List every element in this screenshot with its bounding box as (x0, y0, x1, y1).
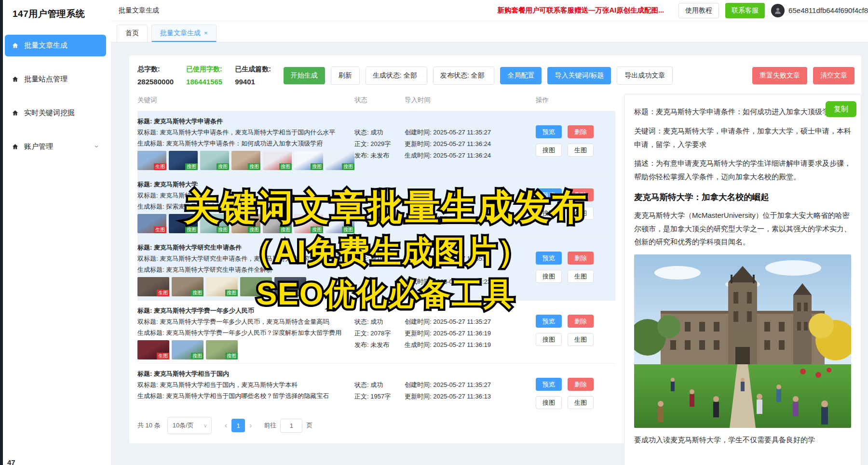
import-keywords-button[interactable]: 导入关键词/标题 (547, 67, 611, 84)
time-line: 创建时间: 2025-05-27 11:35:27 (405, 127, 536, 138)
article-thumbnail[interactable]: 搜图 (169, 214, 198, 233)
close-icon[interactable]: × (204, 29, 208, 37)
contact-support-button[interactable]: 联系客服 (725, 3, 765, 18)
preview-button[interactable]: 预览 (536, 315, 562, 328)
status-cell: 状态: 成功 (354, 242, 405, 296)
article-thumbnail[interactable]: 搜图 (172, 277, 203, 296)
table-row[interactable]: 标题: 麦克马斯特大学双标题: 麦克马斯特大学生成标题: 探索麦克马斯特大学 生… (137, 174, 615, 238)
status-line (354, 201, 405, 213)
article-thumbnail[interactable]: 搜图 (231, 151, 260, 170)
search-image-button[interactable]: 搜图 (536, 144, 562, 157)
article-thumbnail[interactable]: 搜图 (326, 214, 354, 233)
keyword-cell: 标题: 麦克马斯特大学双标题: 麦克马斯特大学生成标题: 探索麦克马斯特大学 生… (137, 179, 354, 233)
thumbnail-badge: 生图 (154, 163, 166, 170)
row-title-line: 标题: 麦克马斯特大学研究生申请条件 (137, 242, 354, 253)
sidebar-item-realtime-keyword-mining[interactable]: 实时关键词挖掘 (5, 102, 106, 124)
avatar[interactable] (771, 4, 785, 17)
preview-button[interactable]: 预览 (536, 188, 562, 201)
row-subtitle-line: 双标题: 麦克马斯特大学学费一年多少人民币，麦克马斯特含金量高吗 (137, 316, 354, 327)
time-line: 生成时间: 2025-05-27 11:36:24 (405, 150, 536, 161)
next-page-button[interactable]: › (245, 421, 256, 430)
status-cell: 状态: 成功正文: 2029字发布: 未发布 (354, 116, 405, 170)
publish-status-filter[interactable]: 发布状态: 全部 (433, 66, 495, 85)
article-thumbnail[interactable]: 生图 (137, 214, 166, 233)
generate-image-button[interactable]: 生图 (568, 396, 594, 409)
article-thumbnail[interactable]: 搜图 (294, 151, 323, 170)
sidebar-item-batch-article-generation[interactable]: 批量文章生成 (5, 35, 106, 56)
home-icon (12, 42, 19, 49)
preview-title-line: 标题：麦克马斯特大学申请条件：如何成功进入加拿大顶级学府 (634, 105, 851, 119)
article-thumbnail[interactable]: 搜图 (200, 214, 229, 233)
search-image-button[interactable]: 搜图 (536, 207, 562, 220)
preview-button[interactable]: 预览 (536, 252, 562, 265)
stat-value: 282580000 (137, 78, 174, 86)
article-thumbnail[interactable]: 搜图 (231, 214, 260, 233)
article-thumbnail[interactable]: 搜图 (263, 151, 292, 170)
sidebar: 147用户管理系统 批量文章生成 批量站点管理 实时关键词挖掘 账户管理 47 (0, 0, 111, 465)
top-header: 批量文章生成 新购套餐用户可联系客服赠送—万张AI原创生成配图... 使用教程 … (111, 0, 868, 21)
row-subtitle-line: 生成标题: 麦克马斯特大学研究生申请条件全解析 (137, 264, 354, 275)
preview-button[interactable]: 预览 (536, 378, 562, 391)
time-cell: 创建时间: 2025-05-27 11:35:27更新时间: 2025-05-2… (405, 116, 536, 170)
article-thumbnail[interactable]: 生图 (137, 151, 166, 170)
stat-used-words: 已使用字数: 186441565 (186, 65, 222, 86)
table-row[interactable]: 标题: 麦克马斯特大学学费一年多少人民币双标题: 麦克马斯特大学学费一年多少人民… (137, 301, 615, 364)
clear-articles-button[interactable]: 清空文章 (813, 67, 854, 84)
start-generation-button[interactable]: 开始生成 (284, 67, 325, 84)
copy-button[interactable]: 复制 (826, 101, 856, 117)
article-thumbnail[interactable]: 搜图 (326, 151, 354, 170)
search-image-button[interactable]: 搜图 (536, 396, 562, 409)
article-thumbnail[interactable]: 搜图 (200, 151, 229, 170)
delete-button[interactable]: 删除 (568, 378, 594, 391)
search-image-button[interactable]: 搜图 (536, 333, 562, 346)
article-thumbnail[interactable]: 搜图 (274, 277, 306, 296)
article-thumbnail[interactable]: 搜图 (240, 277, 272, 296)
generate-image-button[interactable]: 生图 (568, 270, 594, 283)
stat-generated-articles: 已生成篇数: 99401 (235, 65, 271, 86)
row-subtitle-line: 双标题: 麦克马斯特大学 (137, 190, 354, 201)
tutorial-button[interactable]: 使用教程 (678, 3, 719, 18)
article-thumbnail[interactable]: 搜图 (206, 340, 238, 359)
table-row[interactable]: 标题: 麦克马斯特大学研究生申请条件双标题: 麦克马斯特大学研究生申请条件，麦克… (137, 238, 615, 301)
global-config-button[interactable]: 全局配置 (500, 67, 542, 84)
table-row[interactable]: 标题: 麦克马斯特大学相当于国内双标题: 麦克马斯特大学相当于国内，麦克马斯特大… (137, 364, 615, 409)
thumbnail-badge: 搜图 (294, 290, 306, 296)
time-line: 更新时间: 2025-05-27 11:36:13 (405, 391, 536, 402)
thumbnail-badge: 搜图 (185, 163, 198, 170)
sidebar-item-account-management[interactable]: 账户管理 (5, 136, 106, 158)
announcement-text[interactable]: 新购套餐用户可联系客服赠送—万张AI原创生成配图... (498, 6, 665, 15)
search-image-button[interactable]: 搜图 (536, 270, 562, 283)
keyword-cell: 标题: 麦克马斯特大学相当于国内双标题: 麦克马斯特大学相当于国内，麦克马斯特大… (137, 368, 354, 409)
generate-image-button[interactable]: 生图 (568, 207, 594, 220)
tab-batch-article-generation[interactable]: 批量文章生成× (151, 25, 217, 42)
prev-page-button[interactable]: ‹ (220, 421, 231, 430)
article-thumbnail[interactable]: 搜图 (294, 214, 323, 233)
tab-home[interactable]: 首页 (117, 25, 148, 42)
sidebar-item-label: 实时关键词挖掘 (24, 108, 75, 118)
status-line (354, 276, 405, 288)
article-thumbnail[interactable]: 搜图 (172, 340, 203, 359)
generate-image-button[interactable]: 生图 (568, 144, 594, 157)
delete-button[interactable]: 删除 (568, 252, 594, 265)
article-thumbnail[interactable]: 搜图 (169, 151, 198, 170)
generate-image-button[interactable]: 生图 (568, 333, 594, 346)
article-thumbnail[interactable]: 生图 (137, 277, 169, 296)
article-thumbnail[interactable]: 搜图 (263, 214, 292, 233)
refresh-button[interactable]: 刷新 (331, 66, 360, 85)
chevron-down-icon (94, 143, 99, 151)
export-success-button[interactable]: 导出成功文章 (617, 66, 673, 85)
page-number-current[interactable]: 1 (231, 419, 245, 432)
sidebar-item-batch-site-management[interactable]: 批量站点管理 (5, 68, 106, 90)
generation-status-filter[interactable]: 生成状态: 全部 (366, 66, 427, 85)
page-size-select[interactable]: 10条/页 ∨ (167, 417, 212, 434)
article-thumbnail[interactable]: 搜图 (206, 277, 238, 296)
delete-button[interactable]: 删除 (568, 125, 594, 138)
table-row[interactable]: 标题: 麦克马斯特大学申请条件双标题: 麦克马斯特大学申请条件，麦克马斯特大学相… (137, 111, 615, 174)
goto-page-input[interactable] (280, 419, 302, 433)
delete-button[interactable]: 删除 (568, 315, 594, 328)
delete-button[interactable]: 删除 (568, 188, 594, 201)
reset-failed-button[interactable]: 重置失败文章 (752, 67, 807, 84)
thumbnail-strip: 生图搜图搜图搜图搜图搜图搜图 (137, 151, 354, 170)
preview-button[interactable]: 预览 (536, 125, 562, 138)
article-thumbnail[interactable]: 生图 (137, 340, 169, 359)
